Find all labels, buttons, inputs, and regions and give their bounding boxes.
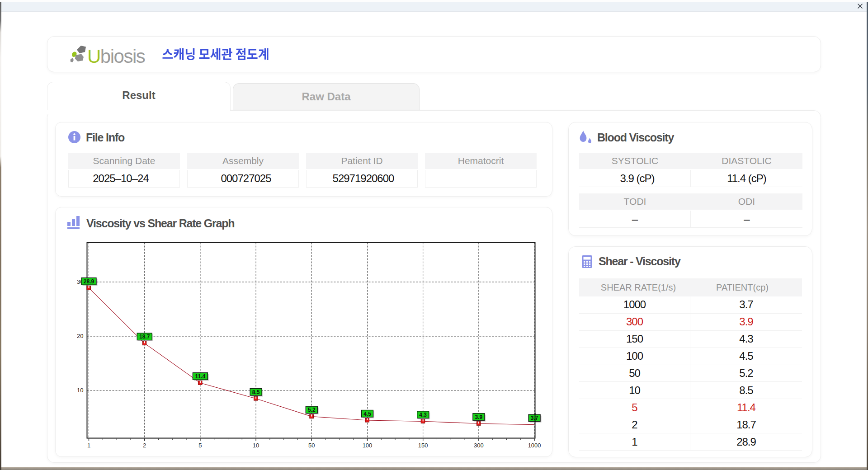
svg-text:50: 50: [308, 442, 315, 449]
svg-text:1000: 1000: [528, 442, 541, 449]
svg-text:3.7: 3.7: [531, 415, 538, 421]
svg-text:10: 10: [253, 442, 259, 449]
svg-text:5: 5: [198, 442, 202, 449]
svg-text:8.5: 8.5: [252, 389, 260, 395]
svg-text:20: 20: [77, 333, 83, 339]
svg-text:5.2: 5.2: [308, 407, 316, 413]
svg-text:1: 1: [87, 442, 90, 449]
svg-text:100: 100: [363, 442, 373, 449]
svg-text:3.9: 3.9: [475, 414, 483, 420]
svg-text:4.3: 4.3: [419, 412, 427, 418]
svg-text:10: 10: [77, 387, 83, 394]
svg-text:18.7: 18.7: [139, 334, 150, 340]
svg-text:300: 300: [474, 442, 484, 449]
svg-text:11.4: 11.4: [195, 373, 206, 380]
svg-text:4.5: 4.5: [363, 411, 371, 417]
svg-text:2: 2: [143, 442, 146, 449]
svg-text:150: 150: [418, 442, 428, 449]
svg-text:28.9: 28.9: [84, 278, 94, 285]
